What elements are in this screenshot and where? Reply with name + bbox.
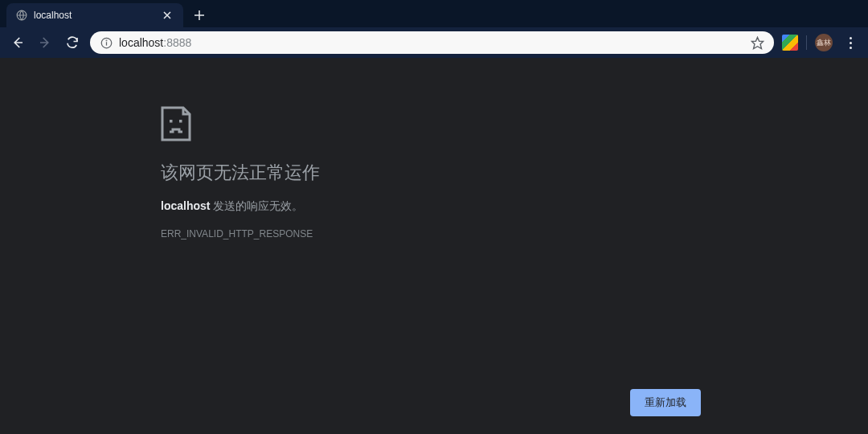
error-host: localhost	[161, 199, 210, 212]
url-host: localhost	[119, 36, 163, 49]
address-bar[interactable]: localhost:8888	[90, 31, 774, 54]
new-tab-button[interactable]	[188, 4, 211, 27]
toolbar: localhost:8888 鑫林	[0, 27, 868, 58]
forward-button[interactable]	[35, 33, 55, 52]
back-button[interactable]	[8, 33, 27, 52]
error-code: ERR_INVALID_HTTP_RESPONSE	[161, 228, 320, 240]
page-content: 该网页无法正常运作 localhost 发送的响应无效。 ERR_INVALID…	[0, 58, 868, 434]
svg-rect-5	[170, 120, 173, 123]
browser-tab[interactable]: localhost	[6, 3, 183, 27]
svg-marker-4	[751, 37, 763, 48]
error-description: localhost 发送的响应无效。	[161, 199, 320, 214]
error-title: 该网页无法正常运作	[161, 161, 320, 185]
reload-page-button[interactable]: 重新加载	[630, 389, 701, 416]
sad-page-icon	[161, 106, 320, 141]
reload-button[interactable]	[63, 33, 82, 52]
svg-rect-6	[179, 120, 182, 123]
separator	[806, 35, 807, 50]
globe-icon	[16, 10, 27, 21]
tab-strip: localhost	[0, 0, 868, 27]
error-desc-rest: 发送的响应无效。	[210, 199, 303, 212]
close-icon[interactable]	[161, 9, 174, 22]
url-port: :8888	[163, 36, 191, 49]
avatar-text: 鑫林	[817, 38, 831, 48]
svg-point-3	[106, 40, 107, 41]
bookmark-star-icon[interactable]	[750, 35, 764, 50]
profile-avatar[interactable]: 鑫林	[815, 34, 833, 51]
menu-button[interactable]	[841, 33, 860, 52]
url-text: localhost:8888	[119, 36, 743, 49]
extension-icon[interactable]	[782, 35, 798, 51]
info-icon[interactable]	[100, 36, 113, 49]
error-block: 该网页无法正常运作 localhost 发送的响应无效。 ERR_INVALID…	[161, 106, 320, 240]
tab-title: localhost	[34, 10, 154, 21]
